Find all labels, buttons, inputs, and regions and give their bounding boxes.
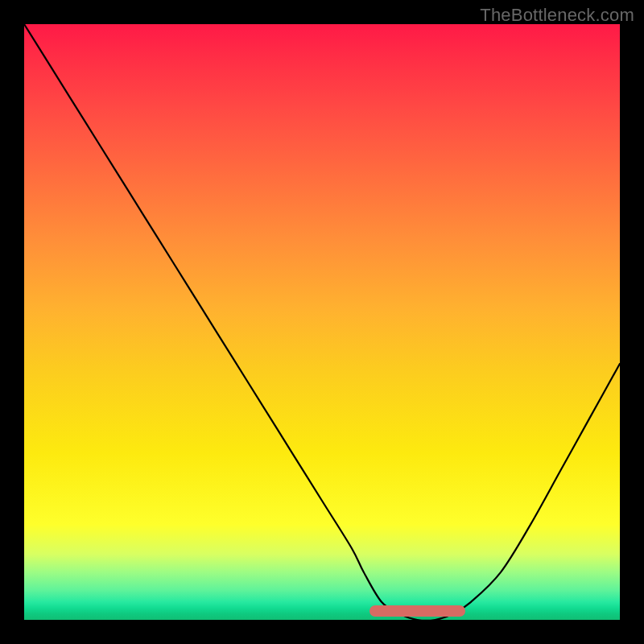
chart-frame: TheBottleneck.com (0, 0, 644, 644)
highlight-marker (369, 605, 464, 617)
plot-area (24, 24, 620, 620)
watermark-text: TheBottleneck.com (480, 5, 634, 26)
line-curve (24, 24, 620, 620)
